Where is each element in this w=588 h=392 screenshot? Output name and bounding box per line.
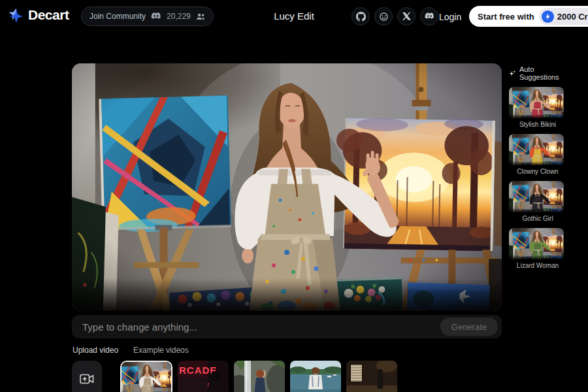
upload-video-button[interactable]: [72, 361, 102, 392]
discord-social-icon[interactable]: [420, 7, 438, 25]
suggestion-label: Lizard Woman: [509, 259, 566, 270]
example-video-room[interactable]: [346, 361, 397, 392]
start-free-button[interactable]: Start free with 2000 Credits: [469, 6, 588, 27]
x-icon[interactable]: [397, 7, 416, 25]
decart-logo[interactable]: Decart: [8, 7, 69, 23]
prompt-bar: Generate: [72, 315, 502, 338]
example-thumbnail: [290, 361, 341, 392]
example-thumbnail: RCADE: [178, 361, 229, 392]
discord-icon: [151, 12, 161, 20]
credits-badge: 2000 Credits: [539, 8, 588, 25]
tab-example-videos[interactable]: Example videos: [133, 346, 189, 355]
video-source-tabs: Upload video Example videos: [73, 346, 189, 355]
auto-suggestions-title: Auto Suggestions: [509, 65, 566, 81]
suggestion-label: Clowny Clown: [509, 165, 566, 176]
users-icon: [196, 13, 205, 20]
suggestion-label: Gothic Girl: [509, 212, 566, 223]
video-upload-icon: [79, 372, 95, 385]
member-count: 20,229: [167, 12, 191, 21]
example-thumbnail: [346, 361, 397, 392]
studio-scene-image: [72, 63, 502, 311]
logo-mark-icon: [8, 7, 24, 23]
example-video-lake[interactable]: [290, 361, 341, 392]
join-community-label: Join Community: [90, 12, 146, 21]
suggestion-gothic-girl[interactable]: Gothic Girl: [509, 181, 566, 223]
example-videos-strip: RCADE: [72, 361, 397, 392]
video-preview[interactable]: [72, 63, 502, 311]
huggingface-icon[interactable]: [374, 7, 393, 25]
suggestion-label: Stylish Bikini: [509, 118, 566, 129]
page-title: Lucy Edit: [274, 10, 314, 22]
cta-prefix: Start free with: [478, 12, 534, 22]
example-video-artist-studio[interactable]: [120, 361, 172, 392]
login-button[interactable]: Login: [439, 12, 461, 22]
sparkles-icon: [509, 69, 516, 78]
example-video-arcade[interactable]: RCADE: [178, 361, 229, 392]
credits-amount: 2000 Credits: [557, 12, 588, 22]
auto-suggestions-panel: Auto Suggestions Stylish Bikini Clowny C…: [509, 65, 566, 275]
example-thumbnail: [122, 362, 171, 392]
logo-text: Decart: [28, 7, 69, 23]
suggestion-stylish-bikini[interactable]: Stylish Bikini: [509, 87, 566, 129]
example-video-waterfall[interactable]: [234, 361, 285, 392]
suggestion-thumbnail: [509, 87, 564, 118]
header: Decart Join Community 20,229 Lucy Edit: [0, 0, 588, 33]
github-icon[interactable]: [351, 7, 370, 25]
generate-button[interactable]: Generate: [440, 318, 498, 336]
suggestion-thumbnail: [509, 228, 564, 259]
bolt-icon: [542, 10, 554, 23]
lucy-edit-app: Decart Join Community 20,229 Lucy Edit: [0, 0, 588, 392]
tab-upload-video[interactable]: Upload video: [73, 346, 118, 355]
suggestion-lizard-woman[interactable]: Lizard Woman: [509, 228, 566, 270]
suggestion-clowny-clown[interactable]: Clowny Clown: [509, 134, 566, 176]
suggestion-thumbnail: [509, 134, 564, 165]
join-community-button[interactable]: Join Community 20,229: [81, 7, 214, 26]
suggestion-thumbnail: [509, 181, 564, 212]
prompt-input[interactable]: [72, 321, 502, 333]
example-thumbnail: [234, 361, 285, 392]
